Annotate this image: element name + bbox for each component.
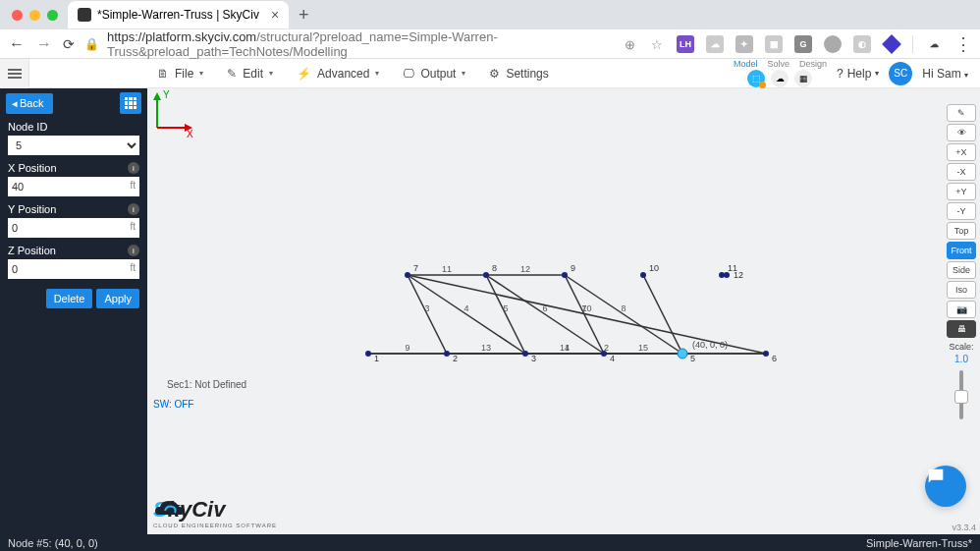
maximize-window-icon[interactable] <box>47 10 58 21</box>
settings-menu[interactable]: ⚙Settings <box>489 67 548 81</box>
svg-text:Y: Y <box>163 89 170 100</box>
svg-point-39 <box>678 349 687 358</box>
status-bar: Node #5: (40, 0, 0) Simple-Warren-Truss* <box>0 534 980 551</box>
status-left: Node #5: (40, 0, 0) <box>8 537 98 549</box>
file-menu[interactable]: 🗎File▾ <box>157 67 203 81</box>
star-icon[interactable]: ☆ <box>649 36 665 52</box>
edit-menu[interactable]: ✎Edit▾ <box>227 67 273 81</box>
svg-text:9: 9 <box>571 263 575 273</box>
window-controls[interactable] <box>8 10 68 21</box>
apply-button[interactable]: Apply <box>96 289 139 308</box>
browser-chrome: *Simple-Warren-Truss | SkyCiv × + ← → ⟳ … <box>0 0 980 59</box>
slider-thumb[interactable] <box>954 390 968 404</box>
minimize-window-icon[interactable] <box>29 10 40 21</box>
z-input[interactable] <box>8 259 139 279</box>
view-minus-x[interactable]: -X <box>947 163 976 181</box>
avatar[interactable]: SC <box>889 62 912 85</box>
reload-icon[interactable]: ⟳ <box>63 36 75 52</box>
tab-design[interactable]: Design <box>799 59 827 69</box>
y-input[interactable] <box>8 218 139 238</box>
svg-text:10: 10 <box>649 263 659 273</box>
forward-icon: → <box>35 35 53 53</box>
chat-button[interactable] <box>925 466 966 507</box>
svg-point-41 <box>763 351 769 357</box>
svg-text:X: X <box>187 129 193 138</box>
monitor-icon: 🖵 <box>403 67 414 81</box>
lock-icon: 🔒 <box>84 37 99 51</box>
model-canvas[interactable]: 1234567891314151011121234567891011(40, 0… <box>147 88 980 534</box>
extension-icon[interactable]: ☁ <box>706 35 724 53</box>
extension-icon[interactable]: ✦ <box>735 35 753 53</box>
svg-text:4: 4 <box>463 303 468 313</box>
svg-line-5 <box>408 275 447 354</box>
search-icon[interactable]: ⊕ <box>622 36 637 52</box>
svg-point-31 <box>365 351 371 357</box>
close-tab-icon[interactable]: × <box>271 7 279 23</box>
view-minus-y[interactable]: -Y <box>947 202 976 220</box>
node-id-label: Node ID <box>8 121 47 133</box>
delete-button[interactable]: Delete <box>46 289 93 308</box>
screenshot-button[interactable]: 📷 <box>947 301 976 318</box>
view-side[interactable]: Side <box>947 261 976 279</box>
svg-text:5: 5 <box>690 354 695 363</box>
extension-icon[interactable]: ◐ <box>853 35 871 53</box>
extension-icon[interactable] <box>882 34 901 54</box>
back-icon[interactable]: ← <box>8 35 26 53</box>
favicon-icon <box>78 8 91 22</box>
help-menu[interactable]: ?Help▾ <box>837 67 879 81</box>
toolbar-right: Model Solve Design ⬚ ☁ ▦ ?Help▾ SC Hi Sa… <box>734 59 980 87</box>
design-icon[interactable]: ▦ <box>794 70 812 87</box>
svg-point-35 <box>522 351 528 357</box>
extension-icon[interactable]: G <box>794 35 812 53</box>
gear-icon: ⚙ <box>489 67 500 81</box>
pencil-tool[interactable]: ✎ <box>947 104 976 122</box>
skyciv-ext-icon[interactable]: ☁ <box>925 35 943 53</box>
print-button[interactable]: 🖶 <box>947 320 976 338</box>
main-menu-button[interactable] <box>0 59 29 88</box>
menu-bar: 🗎File▾ ✎Edit▾ ⚡Advanced▾ 🖵Output▾ ⚙Setti… <box>157 67 549 81</box>
tab-model[interactable]: Model <box>734 59 758 69</box>
scale-slider[interactable] <box>959 370 963 419</box>
tab-title: *Simple-Warren-Truss | SkyCiv <box>97 8 259 22</box>
info-icon[interactable]: i <box>128 162 139 174</box>
view-top[interactable]: Top <box>947 222 976 240</box>
truss-drawing: 1234567891314151011121234567891011(40, 0… <box>147 88 980 534</box>
svg-line-7 <box>408 275 525 354</box>
x-input[interactable] <box>8 177 139 196</box>
chat-icon <box>925 466 947 487</box>
view-iso[interactable]: Iso <box>947 281 976 299</box>
info-icon[interactable]: i <box>128 203 139 215</box>
tab-solve[interactable]: Solve <box>767 59 789 69</box>
info-icon[interactable]: i <box>128 245 139 256</box>
node-id-select[interactable]: 5 <box>8 136 139 155</box>
extension-icon[interactable]: LH <box>677 35 694 53</box>
chrome-menu-icon[interactable]: ⋮ <box>954 33 972 55</box>
view-front[interactable]: Front <box>947 242 976 259</box>
svg-text:9: 9 <box>405 343 409 353</box>
version-label: v3.3.4 <box>952 523 976 532</box>
extension-icon[interactable] <box>824 35 842 53</box>
view-plus-x[interactable]: +X <box>947 143 976 161</box>
solve-icon[interactable]: ☁ <box>771 70 789 87</box>
svg-text:1: 1 <box>374 354 379 363</box>
close-window-icon[interactable] <box>12 10 23 21</box>
extension-icon[interactable]: ▦ <box>765 35 783 53</box>
file-icon: 🗎 <box>157 67 169 81</box>
user-greeting[interactable]: Hi Sam ▾ <box>922 67 968 81</box>
url-field[interactable]: 🔒 https://platform.skyciv.com/structural… <box>84 29 612 59</box>
visibility-toggle[interactable]: 👁 <box>947 124 976 141</box>
url-domain: https://platform.skyciv.com <box>107 29 256 44</box>
model-icon[interactable]: ⬚ <box>747 70 765 87</box>
bolt-icon: ⚡ <box>297 67 311 81</box>
new-tab-button[interactable]: + <box>299 5 309 26</box>
back-button[interactable]: ◂ Back <box>6 93 53 114</box>
svg-point-54 <box>724 272 730 278</box>
datasheet-button[interactable] <box>120 92 141 114</box>
svg-point-33 <box>444 351 450 357</box>
output-menu[interactable]: 🖵Output▾ <box>403 67 465 81</box>
view-plus-y[interactable]: +Y <box>947 183 976 200</box>
advanced-menu[interactable]: ⚡Advanced▾ <box>297 67 379 81</box>
svg-text:5: 5 <box>503 303 508 313</box>
scale-value: 1.0 <box>947 354 976 364</box>
browser-tab[interactable]: *Simple-Warren-Truss | SkyCiv × <box>68 1 289 28</box>
